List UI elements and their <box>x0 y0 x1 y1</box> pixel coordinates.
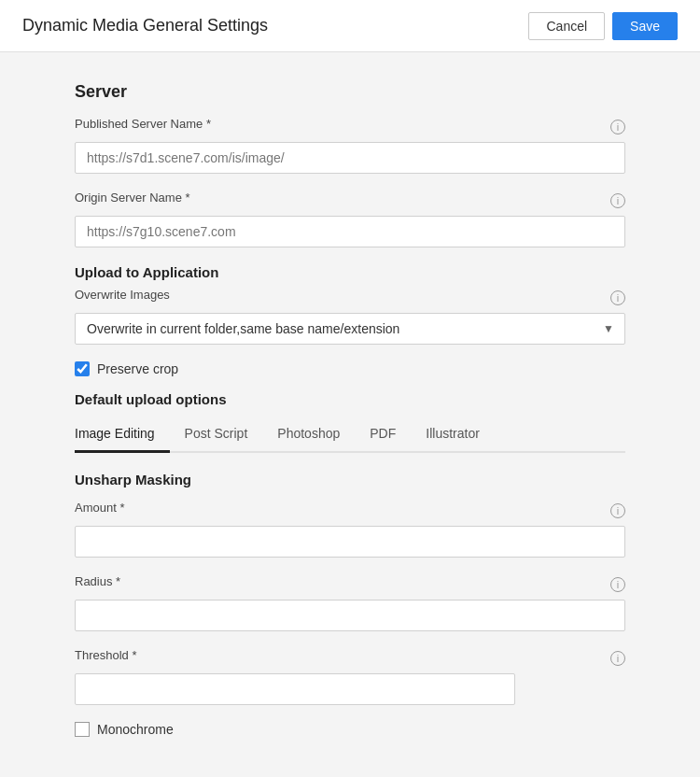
amount-info-icon[interactable]: i <box>610 503 625 518</box>
header-actions: Cancel Save <box>528 12 678 40</box>
tab-illustrator[interactable]: Illustrator <box>411 418 495 453</box>
radius-label: Radius * <box>75 574 120 588</box>
origin-server-label-row: Origin Server Name * i <box>75 191 625 210</box>
amount-label-row: Amount * i <box>75 501 625 520</box>
preserve-crop-label: Preserve crop <box>97 361 178 376</box>
monochrome-row: Monochrome <box>75 722 625 737</box>
unsharp-masking-section: Unsharp Masking Amount * i 1.75 Radius *… <box>75 472 625 737</box>
overwrite-images-info-icon[interactable]: i <box>610 290 625 305</box>
upload-section-title: Upload to Application <box>75 264 625 280</box>
main-content: Server Published Server Name * i https:/… <box>0 52 700 767</box>
unsharp-masking-title: Unsharp Masking <box>75 472 625 487</box>
tab-photoshop[interactable]: Photoshop <box>262 418 355 453</box>
tab-image-editing[interactable]: Image Editing <box>75 418 170 453</box>
threshold-info-icon[interactable]: i <box>610 651 625 666</box>
radius-label-row: Radius * i <box>75 574 625 594</box>
amount-field: Amount * i 1.75 <box>75 501 625 558</box>
amount-label: Amount * <box>75 501 124 515</box>
preserve-crop-checkbox[interactable] <box>75 361 90 376</box>
published-server-field: Published Server Name * i https://s7d1.s… <box>75 117 625 174</box>
origin-server-input[interactable]: https://s7g10.scene7.com <box>75 216 625 247</box>
overwrite-images-field: Overwrite Images i Overwrite in current … <box>75 288 625 345</box>
preserve-crop-row: Preserve crop <box>75 361 625 376</box>
origin-server-label: Origin Server Name * <box>75 191 190 205</box>
header: Dynamic Media General Settings Cancel Sa… <box>0 0 700 52</box>
server-section-title: Server <box>75 82 625 102</box>
cancel-button[interactable]: Cancel <box>528 12 605 40</box>
tab-post-script[interactable]: Post Script <box>170 418 263 453</box>
overwrite-images-label: Overwrite Images <box>75 288 170 302</box>
origin-server-field: Origin Server Name * i https://s7g10.sce… <box>75 191 625 247</box>
published-server-info-icon[interactable]: i <box>610 120 625 134</box>
radius-field: Radius * i 0.2 <box>75 574 625 631</box>
radius-info-icon[interactable]: i <box>610 577 625 592</box>
published-server-input[interactable]: https://s7d1.scene7.com/is/image/ <box>75 142 625 174</box>
threshold-field: Threshold * i 2 <box>75 648 625 705</box>
published-server-label: Published Server Name * <box>75 117 211 131</box>
amount-input[interactable]: 1.75 <box>75 526 625 558</box>
tab-pdf[interactable]: PDF <box>355 418 411 453</box>
origin-server-info-icon[interactable]: i <box>610 193 625 208</box>
radius-input[interactable]: 0.2 <box>75 600 625 631</box>
upload-tabs: Image Editing Post Script Photoshop PDF … <box>75 418 625 453</box>
monochrome-checkbox[interactable] <box>75 722 90 737</box>
default-upload-title: Default upload options <box>75 391 625 407</box>
overwrite-images-label-row: Overwrite Images i <box>75 288 625 307</box>
overwrite-images-select[interactable]: Overwrite in current folder,same base na… <box>75 313 625 345</box>
threshold-input[interactable]: 2 <box>75 673 515 705</box>
monochrome-label: Monochrome <box>97 722 174 737</box>
published-server-label-row: Published Server Name * i <box>75 117 625 136</box>
page-title: Dynamic Media General Settings <box>22 16 268 35</box>
threshold-label: Threshold * <box>75 648 136 662</box>
overwrite-images-select-wrapper: Overwrite in current folder,same base na… <box>75 313 625 345</box>
threshold-label-row: Threshold * i <box>75 648 625 668</box>
save-button[interactable]: Save <box>612 12 678 40</box>
